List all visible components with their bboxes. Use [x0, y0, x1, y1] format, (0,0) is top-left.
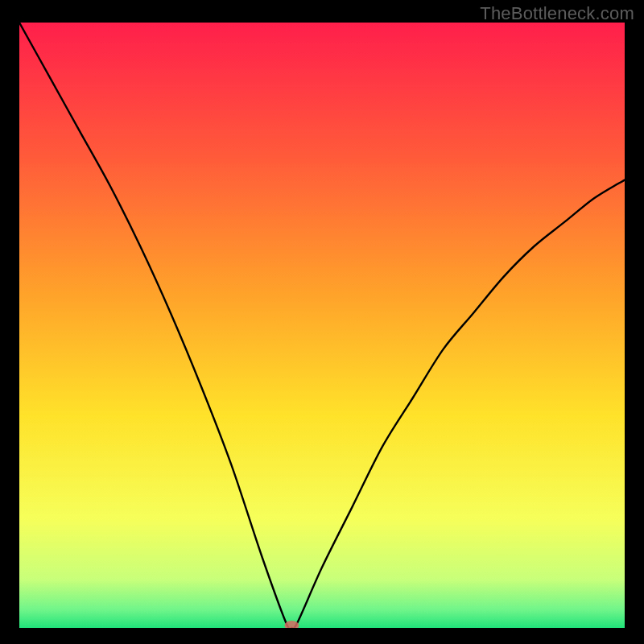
plot-area [19, 23, 625, 628]
chart-svg [19, 23, 625, 628]
watermark-text: TheBottleneck.com [480, 3, 634, 24]
chart-frame: TheBottleneck.com [0, 0, 644, 644]
gradient-background [19, 23, 625, 628]
